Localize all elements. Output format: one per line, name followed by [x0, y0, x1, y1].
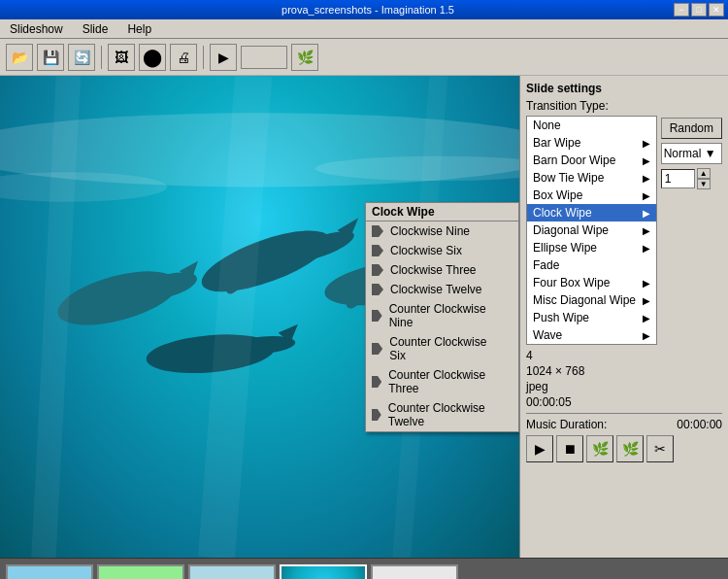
window-title: prova_screenshots - Imagination 1.5: [62, 4, 674, 16]
arrow-icon: ▶: [643, 243, 650, 254]
text-button[interactable]: [241, 46, 287, 69]
transition-diagonal-wipe[interactable]: Diagonal Wipe ▶: [527, 221, 656, 239]
filmstrip-thumb-2[interactable]: [97, 564, 184, 580]
save-button[interactable]: 💾: [37, 44, 64, 71]
settings-panel: Slide settings Transition Type: None Bar…: [519, 76, 728, 558]
transition-fade[interactable]: Fade: [527, 256, 656, 274]
open-button[interactable]: 📂: [6, 44, 33, 71]
image-button[interactable]: 🖼: [108, 44, 135, 71]
ctx-clockwise-twelve[interactable]: Clockwise Twelve: [366, 280, 518, 299]
ctx-counter-six[interactable]: Counter Clockwise Six: [366, 332, 518, 365]
format: jpeg: [526, 380, 722, 393]
music-cut-button[interactable]: ✂: [646, 435, 674, 462]
ctx-icon-2: [372, 245, 383, 256]
transition-section: None Bar Wipe ▶ Barn Door Wipe ▶ Bow Tie…: [526, 116, 722, 349]
music-duration-value: 00:00:00: [677, 418, 722, 431]
transition-ellipse-wipe[interactable]: Ellipse Wipe ▶: [527, 239, 656, 256]
filmstrip-thumb-5[interactable]: [371, 564, 458, 580]
arrow-icon-selected: ▶: [643, 208, 650, 219]
play-button[interactable]: ▶: [210, 44, 237, 71]
duration-up[interactable]: ▲: [697, 168, 711, 179]
transition-push-wipe[interactable]: Push Wipe ▶: [527, 309, 656, 326]
main-area: Clock Wipe Clockwise Nine Clockwise Six …: [0, 76, 728, 558]
toolbar: 📂 💾 🔄 🖼 ⬤ 🖨 ▶ 🌿: [0, 39, 728, 76]
menu-help[interactable]: Help: [121, 20, 157, 38]
ctx-counter-three[interactable]: Counter Clockwise Three: [366, 365, 518, 398]
resolution: 1024 × 768: [526, 364, 722, 378]
ctx-clockwise-six[interactable]: Clockwise Six: [366, 241, 518, 260]
green-button[interactable]: 🌿: [291, 44, 318, 71]
ctx-counter-twelve[interactable]: Counter Clockwise Twelve: [366, 398, 518, 431]
reload-button[interactable]: 🔄: [68, 44, 95, 71]
transition-clock-wipe[interactable]: Clock Wipe ▶: [527, 204, 656, 221]
thumb-image-2: [99, 566, 182, 580]
arrow-icon: ▶: [643, 330, 650, 341]
arrow-icon: ▶: [643, 155, 650, 166]
music-remove-button[interactable]: 🌿: [616, 435, 644, 462]
arrow-icon: ▶: [643, 313, 650, 324]
speed-dropdown[interactable]: Normal ▼: [661, 143, 722, 164]
ctx-icon-6: [372, 343, 382, 355]
filmstrip-thumb-3[interactable]: [188, 564, 276, 580]
music-play-button[interactable]: ▶: [526, 435, 553, 462]
arrow-icon: ▶: [643, 225, 650, 236]
ctx-icon-4: [372, 284, 383, 295]
random-button[interactable]: Random: [661, 118, 722, 139]
transition-list: None Bar Wipe ▶ Barn Door Wipe ▶ Bow Tie…: [526, 116, 657, 345]
ctx-icon-5: [372, 310, 382, 322]
image-area: Clock Wipe Clockwise Nine Clockwise Six …: [0, 76, 519, 558]
arrow-icon: ▶: [643, 190, 650, 201]
panel-title: Slide settings: [526, 82, 722, 95]
transition-bar-wipe[interactable]: Bar Wipe ▶: [527, 134, 656, 152]
transition-label: Transition Type:: [526, 99, 722, 113]
minimize-button[interactable]: −: [674, 3, 689, 17]
transition-wave[interactable]: Wave ▶: [527, 326, 656, 344]
filmstrip-thumb-4[interactable]: [280, 564, 367, 580]
duration-down[interactable]: ▼: [697, 179, 711, 189]
close-button[interactable]: ✕: [709, 3, 724, 17]
arrow-icon: ▶: [643, 278, 650, 289]
menu-slide[interactable]: Slide: [77, 20, 115, 38]
transition-misc-diagonal[interactable]: Misc Diagonal Wipe ▶: [527, 291, 656, 309]
music-add-button[interactable]: 🌿: [586, 435, 613, 462]
arrow-icon: ▶: [643, 138, 650, 149]
music-duration-row: Music Duration: 00:00:00: [526, 418, 722, 431]
ctx-clockwise-three[interactable]: Clockwise Three: [366, 260, 518, 280]
transition-none[interactable]: None: [527, 117, 656, 134]
menu-bar: Slideshow Slide Help: [0, 19, 728, 39]
transition-four-box[interactable]: Four Box Wipe ▶: [527, 274, 656, 291]
filmstrip: [0, 558, 728, 579]
ctx-icon-7: [372, 376, 381, 388]
music-stop-button[interactable]: ⏹: [556, 435, 583, 462]
thumb-image-5: [373, 566, 456, 580]
separator-1: [101, 46, 102, 69]
separator-2: [203, 46, 204, 69]
transition-bow-tie[interactable]: Bow Tie Wipe ▶: [527, 169, 656, 187]
ctx-icon-1: [372, 225, 383, 237]
context-menu-title: Clock Wipe: [366, 203, 518, 221]
ctx-clockwise-nine[interactable]: Clockwise Nine: [366, 221, 518, 241]
slides-count: 4: [526, 349, 722, 362]
transition-box-wipe[interactable]: Box Wipe ▶: [527, 187, 656, 204]
arrow-icon: ▶: [643, 295, 650, 306]
ctx-icon-3: [372, 264, 383, 276]
title-bar: prova_screenshots - Imagination 1.5 − □ …: [0, 0, 728, 19]
music-section: Music Duration: 00:00:00 ▶ ⏹ 🌿 🌿 ✂: [526, 413, 722, 462]
ctx-icon-8: [372, 409, 381, 421]
slide-duration: 00:00:05: [526, 395, 722, 409]
ctx-counter-nine[interactable]: Counter Clockwise Nine: [366, 299, 518, 332]
thumb-image-4: [281, 566, 365, 580]
window-controls: − □ ✕: [674, 3, 724, 17]
fullscreen-button[interactable]: ⬤: [139, 44, 166, 71]
maximize-button[interactable]: □: [691, 3, 707, 17]
menu-slideshow[interactable]: Slideshow: [4, 20, 69, 38]
filmstrip-thumb-1[interactable]: [6, 564, 93, 580]
transition-barn-door[interactable]: Barn Door Wipe ▶: [527, 152, 656, 169]
print-button[interactable]: 🖨: [170, 44, 197, 71]
music-buttons: ▶ ⏹ 🌿 🌿 ✂: [526, 435, 722, 462]
side-controls: Random Normal ▼ ▲ ▼: [661, 116, 722, 349]
context-menu: Clock Wipe Clockwise Nine Clockwise Six …: [365, 202, 519, 432]
svg-point-7: [195, 219, 337, 304]
duration-input[interactable]: [661, 169, 695, 188]
thumb-image-1: [8, 566, 91, 580]
